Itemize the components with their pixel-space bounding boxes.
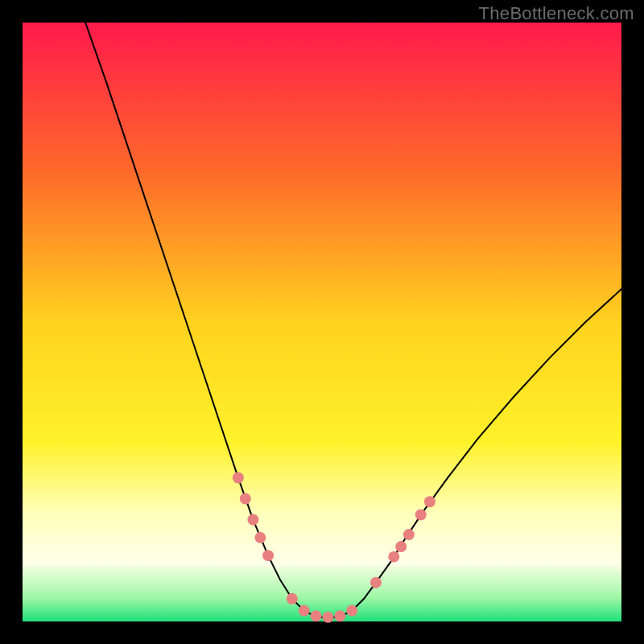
watermark-label: TheBottleneck.com bbox=[479, 3, 634, 24]
highlight-dot bbox=[247, 514, 258, 526]
chart-background bbox=[23, 23, 621, 621]
highlight-dot bbox=[334, 610, 345, 621]
highlight-dot bbox=[388, 551, 399, 563]
highlight-dot bbox=[322, 612, 333, 623]
highlight-dot bbox=[346, 605, 357, 617]
highlight-dot bbox=[287, 593, 298, 605]
highlight-dot bbox=[254, 532, 266, 543]
bottleneck-chart bbox=[0, 0, 644, 644]
highlight-dot bbox=[299, 605, 310, 617]
highlight-dot bbox=[262, 550, 274, 561]
highlight-dot bbox=[424, 496, 436, 507]
highlight-dot bbox=[403, 529, 415, 540]
highlight-dot bbox=[395, 541, 407, 552]
highlight-dot bbox=[415, 510, 427, 521]
highlight-dot bbox=[233, 472, 244, 483]
highlight-dot bbox=[370, 577, 382, 588]
highlight-dot bbox=[311, 610, 322, 621]
highlight-dot bbox=[240, 493, 251, 504]
